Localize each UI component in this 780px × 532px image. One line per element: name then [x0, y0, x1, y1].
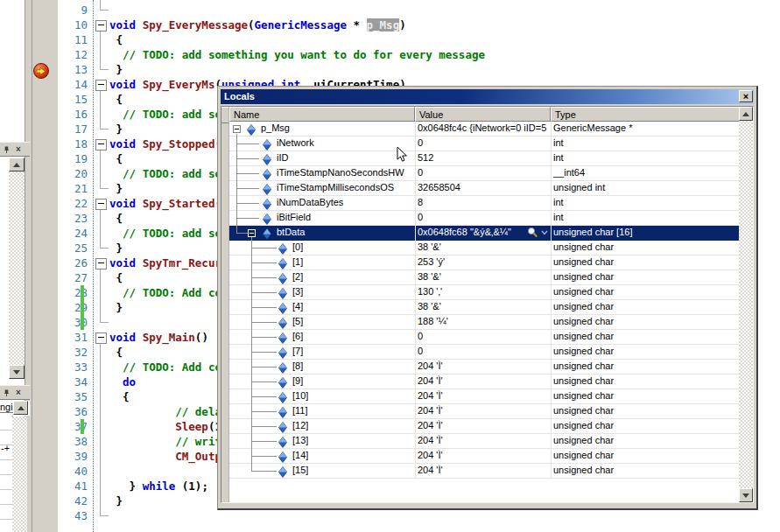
code-line[interactable]: // TODO: add something you want to do fo… — [109, 47, 485, 62]
column-header-value[interactable]: Value — [415, 107, 551, 122]
locals-row[interactable]: [6]0unsigned char — [229, 330, 739, 345]
locals-row[interactable]: [5]188 '¼'unsigned char — [229, 315, 739, 330]
value-cell[interactable]: 0 — [415, 211, 551, 225]
value-cell[interactable]: 38 '&' — [415, 300, 551, 314]
locals-row[interactable]: [1]253 'ý'unsigned char — [229, 256, 739, 270]
value-cell[interactable]: 0x0648fc68 "&ý&‚&¼" — [415, 226, 551, 240]
scroll-up-button[interactable] — [13, 401, 28, 415]
locals-row[interactable]: [13]204 'Ì'unsigned char — [229, 434, 739, 449]
value-cell[interactable]: 130 '‚' — [415, 285, 551, 299]
variable-name: [7] — [292, 346, 303, 356]
value-cell[interactable]: 8 — [415, 196, 551, 210]
dock-close-icon[interactable]: × — [16, 388, 21, 397]
value-cell[interactable]: 38 '&' — [415, 270, 551, 284]
code-line[interactable]: } — [109, 62, 123, 77]
locals-row[interactable]: [3]130 '‚'unsigned char — [229, 285, 739, 300]
breakpoint-current-arrow-icon[interactable] — [33, 63, 49, 79]
value-cell[interactable]: 253 'ý' — [415, 256, 551, 270]
value-cell[interactable]: 204 'Ì' — [415, 434, 551, 448]
locals-row[interactable]: [15]204 'Ì'unsigned char — [229, 464, 739, 479]
expand-box[interactable] — [233, 125, 241, 133]
locals-row[interactable]: [7]0unsigned char — [229, 345, 739, 360]
locals-row[interactable]: [10]204 'Ì'unsigned char — [229, 389, 739, 404]
value-cell[interactable]: 204 'Ì' — [415, 404, 551, 418]
code-line[interactable]: } — [109, 122, 123, 136]
locals-row[interactable]: [2]38 '&'unsigned char — [229, 270, 739, 285]
code-line[interactable]: void Spy_EveryMessage(GenericMessage * p… — [109, 18, 406, 32]
column-header-type[interactable]: Type — [551, 107, 741, 122]
code-line[interactable]: } while (1); — [109, 479, 208, 494]
value-cell[interactable]: 0 — [415, 136, 551, 150]
dock-scrollbar-1[interactable] — [9, 158, 25, 379]
code-line[interactable]: void Spy_Main() — [109, 330, 208, 345]
variable-value: 38 '&' — [418, 271, 441, 282]
scrollbar-track[interactable] — [739, 121, 753, 488]
collapse-box[interactable] — [95, 199, 107, 210]
scroll-down-button[interactable] — [9, 365, 25, 379]
breakpoint-margin[interactable] — [32, 0, 58, 532]
code-line[interactable]: } — [109, 494, 123, 508]
value-cell[interactable]: 204 'Ì' — [415, 419, 551, 433]
expand-box[interactable] — [248, 229, 256, 237]
pin-icon[interactable] — [3, 388, 11, 397]
code-line[interactable]: // write — [109, 434, 228, 449]
collapse-box[interactable] — [95, 20, 107, 32]
locals-row[interactable]: p_Msg0x0648fc4c {iNetwork=0 iID=5Generic… — [229, 122, 739, 136]
code-line[interactable]: } — [109, 241, 123, 256]
collapse-box[interactable] — [95, 258, 107, 270]
code-line[interactable]: { — [109, 92, 123, 107]
value-cell[interactable]: 0x0648fc4c {iNetwork=0 iID=5 — [415, 122, 551, 136]
locals-row[interactable]: iTimeStampNanoSecondsHW0__int64 — [229, 166, 739, 181]
dock-close-icon[interactable]: × — [16, 144, 21, 154]
code-line[interactable]: } — [109, 300, 123, 315]
code-line[interactable]: // delay — [109, 404, 228, 419]
collapse-box[interactable] — [95, 139, 107, 150]
locals-scrollbar[interactable] — [739, 107, 753, 502]
collapse-box[interactable] — [95, 332, 107, 344]
value-cell[interactable]: 0 — [415, 166, 551, 180]
locals-row[interactable]: [14]204 'Ì'unsigned char — [229, 449, 739, 464]
locals-titlebar[interactable]: Locals × — [221, 89, 754, 104]
scroll-down-button[interactable] — [739, 488, 753, 502]
code-line[interactable]: { — [109, 345, 123, 360]
dock-scrollbar-2[interactable] — [12, 416, 27, 532]
locals-row[interactable]: [4]38 '&'unsigned char — [229, 300, 739, 315]
code-line[interactable]: do — [109, 374, 136, 389]
code-line[interactable]: { — [109, 151, 123, 166]
close-icon[interactable]: × — [739, 90, 753, 102]
code-line[interactable]: { — [109, 270, 123, 285]
value-cell[interactable]: 0 — [415, 345, 551, 359]
locals-row[interactable]: [9]204 'Ì'unsigned char — [229, 374, 739, 389]
value-cell[interactable]: 188 '¼' — [415, 315, 551, 329]
value-cell[interactable]: 38 '&' — [415, 241, 551, 255]
locals-row[interactable]: [11]204 'Ì'unsigned char — [229, 404, 739, 419]
locals-row[interactable]: btData0x0648fc68 "&ý&‚&¼"unsigned char [… — [229, 226, 739, 241]
collapse-box[interactable] — [95, 80, 107, 91]
value-cell[interactable]: 204 'Ì' — [415, 374, 551, 388]
locals-row[interactable]: iTimeStampMillisecondsOS32658504unsigned… — [229, 181, 739, 196]
magnifier-dropdown-icon[interactable] — [526, 227, 549, 239]
value-cell[interactable]: 204 'Ì' — [415, 360, 551, 374]
scroll-up-button[interactable] — [9, 158, 25, 172]
locals-row[interactable]: iNumDataBytes8int — [229, 196, 739, 211]
code-line[interactable]: } — [109, 181, 123, 196]
locals-row[interactable]: [0]38 '&'unsigned char — [229, 241, 739, 256]
locals-row[interactable]: iID512int — [229, 151, 739, 166]
locals-row[interactable]: [8]204 'Ì'unsigned char — [229, 360, 739, 374]
code-line[interactable]: { — [109, 32, 123, 47]
value-cell[interactable]: 32658504 — [415, 181, 551, 195]
code-line[interactable]: { — [109, 211, 123, 226]
scroll-up-button[interactable] — [739, 107, 753, 121]
locals-row[interactable]: iBitField0int — [229, 211, 739, 226]
line-number: 32 — [56, 345, 88, 360]
value-cell[interactable]: 204 'Ì' — [415, 389, 551, 403]
value-cell[interactable]: 0 — [415, 330, 551, 344]
value-cell[interactable]: 204 'Ì' — [415, 449, 551, 463]
value-cell[interactable]: 512 — [415, 151, 551, 165]
locals-row[interactable]: iNetwork0int — [229, 136, 739, 151]
column-header-name[interactable]: Name — [229, 107, 415, 122]
locals-row[interactable]: [12]204 'Ì'unsigned char — [229, 419, 739, 434]
value-cell[interactable]: 204 'Ì' — [415, 464, 551, 478]
pin-icon[interactable] — [3, 145, 11, 154]
code-line[interactable]: { — [109, 389, 130, 404]
